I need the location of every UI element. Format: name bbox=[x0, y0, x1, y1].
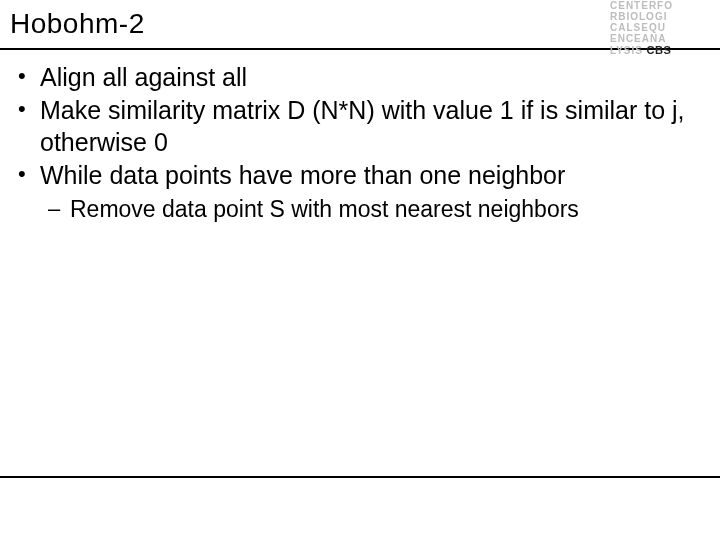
bullet-item: While data points have more than one nei… bbox=[12, 160, 708, 191]
bullet-item: Make similarity matrix D (N*N) with valu… bbox=[12, 95, 708, 158]
sub-bullet-item: Remove data point S with most nearest ne… bbox=[12, 195, 708, 224]
logo-line: CENTERFO bbox=[610, 0, 720, 11]
page-title: Hobohm-2 bbox=[10, 8, 145, 40]
slide: Hobohm-2 CENTERFO RBIOLOGI CALSEQU ENCEA… bbox=[0, 0, 720, 540]
content-area: Align all against all Make similarity ma… bbox=[12, 62, 708, 224]
bullet-list: Align all against all Make similarity ma… bbox=[12, 62, 708, 191]
logo: CENTERFO RBIOLOGI CALSEQU ENCEANA LYSIS … bbox=[610, 0, 720, 60]
sub-bullet-list: Remove data point S with most nearest ne… bbox=[12, 195, 708, 224]
footer-divider bbox=[0, 476, 720, 478]
logo-brand: LYSIS CBS bbox=[610, 45, 720, 56]
logo-line: CALSEQU bbox=[610, 22, 720, 33]
logo-line: RBIOLOGI bbox=[610, 11, 720, 22]
logo-line: ENCEANA bbox=[610, 33, 720, 44]
bullet-item: Align all against all bbox=[12, 62, 708, 93]
